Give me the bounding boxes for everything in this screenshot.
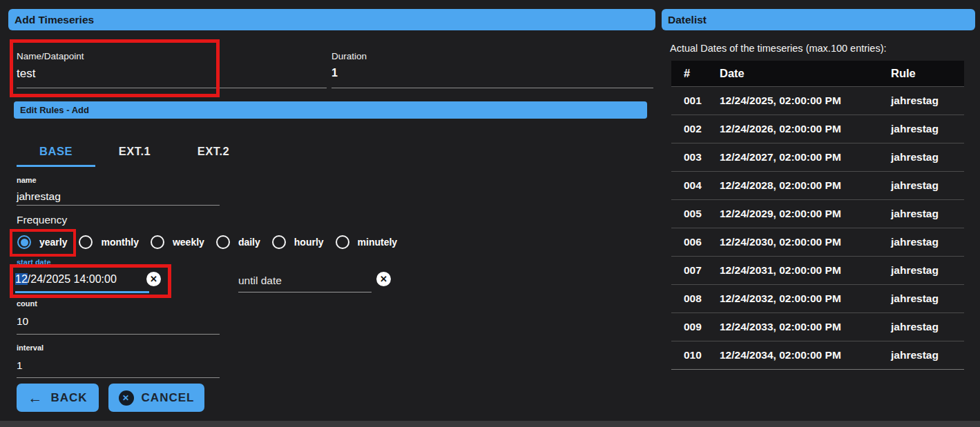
radio-unselected-icon	[79, 235, 93, 249]
row-date-cell: 12/24/2031, 02:00:00 PM	[720, 256, 891, 284]
radio-dot	[219, 239, 227, 246]
active-tab-indicator	[17, 165, 95, 167]
count-label: count	[17, 299, 37, 308]
edit-rules-header: Edit Rules - Add	[14, 101, 647, 119]
tab-base[interactable]: BASE	[17, 138, 95, 164]
duration-underline	[332, 88, 653, 88]
table-row: 00112/24/2025, 02:00:00 PMjahrestag	[671, 86, 964, 115]
back-button[interactable]: ←BACK	[17, 384, 99, 412]
frequency-radio-hourly[interactable]: hourly	[272, 235, 324, 249]
frequency-radio-monthly[interactable]: monthly	[79, 235, 138, 249]
datelist-caption: Actual Dates of the timeseries (max.100 …	[670, 43, 887, 54]
row-date-cell: 12/24/2032, 02:00:00 PM	[720, 284, 891, 312]
bottom-scrollbar-track[interactable]	[0, 421, 980, 427]
row-date-cell: 12/24/2028, 02:00:00 PM	[720, 171, 891, 199]
duration-input[interactable]: 1	[332, 67, 338, 79]
row-date-cell: 12/24/2033, 02:00:00 PM	[720, 312, 891, 341]
row-rule-cell: jahrestag	[891, 86, 964, 115]
row-date-cell: 12/24/2034, 02:00:00 PM	[720, 341, 891, 369]
duration-label: Duration	[332, 51, 367, 61]
radio-dot	[275, 239, 282, 246]
frequency-radio-label: daily	[238, 237, 260, 248]
interval-underline	[17, 377, 220, 378]
row-rule-cell: jahrestag	[891, 341, 964, 369]
until-date-input[interactable]: until date	[238, 275, 282, 287]
row-num-cell: 005	[671, 199, 720, 228]
row-num-cell: 006	[671, 228, 720, 256]
date-table-header-num: #	[671, 61, 720, 86]
table-row: 00312/24/2027, 02:00:00 PMjahrestag	[671, 143, 964, 171]
back-button-label: BACK	[50, 391, 87, 405]
radio-dot	[338, 239, 346, 246]
row-rule-cell: jahrestag	[891, 171, 964, 199]
radio-unselected-icon	[151, 235, 164, 249]
until-date-underline	[238, 292, 372, 292]
row-num-cell: 009	[671, 312, 720, 341]
frequency-radio-label: weekly	[173, 237, 204, 248]
count-input[interactable]: 10	[17, 315, 28, 328]
rule-name-underline	[17, 205, 220, 206]
count-underline	[17, 334, 220, 335]
table-row: 00912/24/2033, 02:00:00 PMjahrestag	[671, 312, 964, 341]
row-num-cell: 004	[671, 171, 720, 199]
radio-unselected-icon	[336, 235, 349, 249]
row-rule-cell: jahrestag	[891, 228, 964, 256]
date-table-body: 00112/24/2025, 02:00:00 PMjahrestag00212…	[671, 86, 964, 369]
interval-label: interval	[17, 344, 44, 352]
row-rule-cell: jahrestag	[891, 143, 964, 171]
interval-input[interactable]: 1	[17, 359, 23, 372]
rule-name-label: name	[17, 176, 37, 184]
frequency-radio-label: monthly	[101, 237, 138, 248]
date-table-head: # Date Rule	[671, 61, 964, 86]
datelist-header: Datelist	[662, 9, 975, 30]
table-row: 00812/24/2032, 02:00:00 PMjahrestag	[671, 284, 964, 312]
add-timeseries-header: Add Timeseries	[8, 9, 655, 30]
annotation-box-yearly-radio	[10, 229, 76, 257]
rule-name-input[interactable]: jahrestag	[17, 190, 61, 203]
table-row: 01012/24/2034, 02:00:00 PMjahrestag	[671, 341, 964, 369]
until-date-clear-icon[interactable]: ✕	[376, 272, 391, 286]
cancel-button-label: CANCEL	[142, 391, 195, 405]
frequency-radio-label: hourly	[294, 237, 324, 248]
row-num-cell: 010	[671, 341, 720, 369]
radio-unselected-icon	[272, 235, 286, 249]
annotation-box-start-date	[10, 264, 171, 298]
cancel-button[interactable]: ✕CANCEL	[108, 384, 204, 412]
back-arrow-icon: ←	[28, 390, 43, 406]
row-rule-cell: jahrestag	[891, 312, 964, 341]
radio-dot	[153, 239, 161, 246]
app-window: Add Timeseries Name/Datapoint test Durat…	[0, 0, 980, 427]
date-table-header-date: Date	[720, 61, 891, 86]
date-table: # Date Rule 00112/24/2025, 02:00:00 PMja…	[671, 61, 964, 370]
cancel-x-icon: ✕	[119, 390, 134, 406]
row-num-cell: 008	[671, 284, 720, 312]
frequency-radio-weekly[interactable]: weekly	[151, 235, 204, 249]
row-rule-cell: jahrestag	[891, 256, 964, 284]
tab-ext2[interactable]: EXT.2	[174, 138, 253, 164]
row-date-cell: 12/24/2026, 02:00:00 PM	[720, 115, 891, 143]
table-row: 00212/24/2026, 02:00:00 PMjahrestag	[671, 115, 964, 143]
date-table-header-rule: Rule	[891, 61, 964, 86]
row-rule-cell: jahrestag	[891, 199, 964, 228]
frequency-radio-daily[interactable]: daily	[216, 235, 260, 249]
row-rule-cell: jahrestag	[891, 284, 964, 312]
row-num-cell: 002	[671, 115, 720, 143]
table-row: 00412/24/2028, 02:00:00 PMjahrestag	[671, 171, 964, 199]
row-date-cell: 12/24/2030, 02:00:00 PM	[720, 228, 891, 256]
row-date-cell: 12/24/2027, 02:00:00 PM	[720, 143, 891, 171]
annotation-box-name-datapoint	[10, 39, 220, 97]
radio-unselected-icon	[216, 235, 230, 249]
row-date-cell: 12/24/2029, 02:00:00 PM	[720, 199, 891, 228]
frequency-radio-minutely[interactable]: minutely	[336, 235, 398, 249]
row-num-cell: 007	[671, 256, 720, 284]
frequency-label: Frequency	[17, 214, 67, 226]
table-row: 00612/24/2030, 02:00:00 PMjahrestag	[671, 228, 964, 256]
row-num-cell: 001	[671, 86, 720, 115]
radio-dot	[82, 239, 90, 246]
table-row: 00712/24/2031, 02:00:00 PMjahrestag	[671, 256, 964, 284]
row-date-cell: 12/24/2025, 02:00:00 PM	[720, 86, 891, 115]
frequency-radio-label: minutely	[358, 237, 398, 248]
row-num-cell: 003	[671, 143, 720, 171]
tab-ext1[interactable]: EXT.1	[95, 138, 174, 164]
row-rule-cell: jahrestag	[891, 115, 964, 143]
